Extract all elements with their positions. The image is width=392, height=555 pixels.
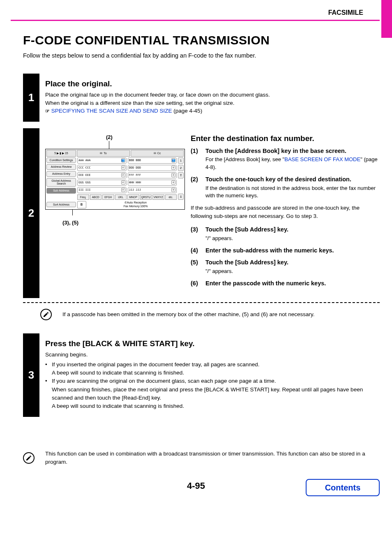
group-icon: 👥 [171,158,175,162]
header-section: FACSIMILE [11,0,380,21]
onetouch-jjj[interactable]: JJJ JJJ✆ [128,187,177,193]
item-6-text: Enter the passcode with the numeric keys… [205,280,326,288]
callout-35-leader [72,210,73,215]
item-2-text: Touch the one-touch key of the desired d… [205,176,351,184]
step-1: 1 Place the original. Place the original… [23,74,380,122]
step-3-lead: Scanning begins. [45,351,378,359]
callout-3-5: (3), (5) [62,220,185,226]
item-1-num: (1) [191,147,202,155]
section-color-tab [381,0,392,38]
onetouch-hhh[interactable]: HHH HHH✆ [128,180,177,186]
item-5-sub: "/" appears. [205,268,378,275]
page-indicator-1: 1 [178,157,184,164]
panel-range-indicator[interactable]: 5 ▶ ▮ ▶ 15 [46,150,76,157]
step-1-pageref: (page 4-45) [172,108,203,114]
index-abcd[interactable]: ABCD [90,194,102,200]
item-1-text: Touch the [Address Book] key in the base… [205,147,346,155]
step-3-title: Press the [BLACK & WHITE START] key. [45,339,378,348]
item-3-sub: "/" appears. [205,235,378,243]
pencil-note-icon [23,452,35,464]
preview-icon[interactable]: 🗎 [77,201,86,208]
phone-icon: ✆ [121,173,125,177]
page-indicator-2: 2 [178,165,184,171]
status-text: ✆Auto ReceptionFax Memory:100% [88,201,184,208]
step-3-b2a: If you are scanning the original on the … [52,377,276,385]
item-6-num: (6) [191,280,202,288]
item-3-num: (3) [191,226,202,234]
onetouch-ggg[interactable]: GGG GGG✆ [77,180,127,186]
phone-icon: ✆ [171,166,175,170]
phone-icon: ✆ [171,173,175,177]
base-screen-link[interactable]: BASE SCREEN OF FAX MODE [284,156,360,162]
step-3-b2b: When scanning finishes, place the next o… [52,386,378,402]
step-3-b2c: A beep will sound to indicate that scann… [52,402,378,410]
address-entry-button[interactable]: Address Entry [46,171,76,177]
phone-icon: ✆ [121,180,125,185]
group-icon: 👥 [121,158,125,162]
index-efgh[interactable]: EFGH [102,194,114,200]
bottom-note-text: This function can be used in combination… [45,450,380,466]
contents-button[interactable]: Contents [306,479,380,496]
step-2-number: 2 [23,128,39,298]
phone-icon: ✆ [171,180,175,185]
step-3-number: 3 [23,333,39,417]
onetouch-fff[interactable]: FFF FFF✆ [128,172,177,178]
to-tab[interactable]: ✉To [77,150,130,157]
crossref-icon: ☞ [45,108,50,114]
spec-scan-size-link[interactable]: SPECIFYING THE SCAN SIZE AND SEND SIZE [51,108,172,114]
onetouch-ccc[interactable]: CCC CCC✆ [77,165,127,171]
onetouch-iii[interactable]: III III✆ [77,187,127,193]
freq-tab[interactable]: Freq. [77,194,89,200]
step-2-note: If a passcode has been omitted in the me… [62,310,315,319]
item-2-sub: If the destination is not stored in the … [205,185,378,200]
phone-icon: ✆ [171,188,175,192]
index-vwxyz[interactable]: VWXYZ [152,194,164,200]
step-1-title: Place the original. [45,79,378,88]
item-5-text: Touch the [Sub Address] key. [205,259,288,267]
pencil-note-icon [40,309,52,320]
onetouch-bbb[interactable]: BBB BBB👥 [128,157,177,164]
onetouch-eee[interactable]: EEE EEE✆ [77,172,127,178]
step-3: 3 Press the [BLACK & WHITE START] key. S… [23,333,380,417]
sort-address-button[interactable]: Sort Address [46,202,76,207]
address-book-panel: 5 ▶ ▮ ▶ 15 ✉To ✉Cc Condition Settings Ad… [45,149,185,210]
item-5-num: (5) [191,259,202,267]
index-etc[interactable]: etc. [165,194,177,200]
phone-icon: ✆ [121,188,125,192]
index-qrstu[interactable]: QRSTU [140,194,152,200]
condition-settings-button[interactable]: Condition Settings [46,157,76,163]
step-3-b1a: If you inserted the original pages in th… [52,361,260,369]
index-ijkl[interactable]: IJKL [115,194,127,200]
index-mnop[interactable]: MNOP [127,194,139,200]
callout-2-leader [109,141,109,149]
callout-2: (2) [106,134,113,140]
mid-note: If the sub-address and passcode are stor… [191,204,378,220]
item-4-num: (4) [191,247,202,255]
step-2: 2 (2) 5 ▶ ▮ ▶ 15 ✉To ✉Cc [23,128,380,298]
step-1-number: 1 [23,74,39,122]
sub-address-button[interactable]: Sub Address [46,188,76,194]
item-1-sub-pre: For the [Address Book] key, see " [205,156,284,162]
page-title: F-CODE CONFIDENTIAL TRANSMISSION [23,33,380,47]
global-address-search-button[interactable]: Global Address Search [46,178,76,187]
address-review-button[interactable]: Address Review [46,164,76,170]
cc-tab[interactable]: ✉Cc [131,150,184,157]
onetouch-ddd[interactable]: DDD DDD✆ [128,165,177,171]
item-4-text: Enter the sub-address with the numeric k… [205,247,334,255]
phone-icon: ✆ [121,166,125,170]
item-3-text: Touch the [Sub Address] key. [205,226,288,234]
divider-dashed [23,302,380,303]
step-1-line1: Place the original face up in the docume… [45,92,270,98]
item-2-num: (2) [191,176,202,184]
scroll-down-button[interactable]: ⇓ [178,194,184,200]
step-2-heading: Enter the destination fax number. [191,134,378,143]
step-1-line2: When the original is a different size th… [45,100,235,106]
step-3-b1b: A beep will sound to indicate that scann… [52,369,378,377]
scroll-up-button[interactable]: ⇑ [178,172,184,178]
onetouch-aaa[interactable]: AAA AAA👥 [77,157,127,164]
intro-text: Follow the steps below to send a confide… [23,52,380,59]
